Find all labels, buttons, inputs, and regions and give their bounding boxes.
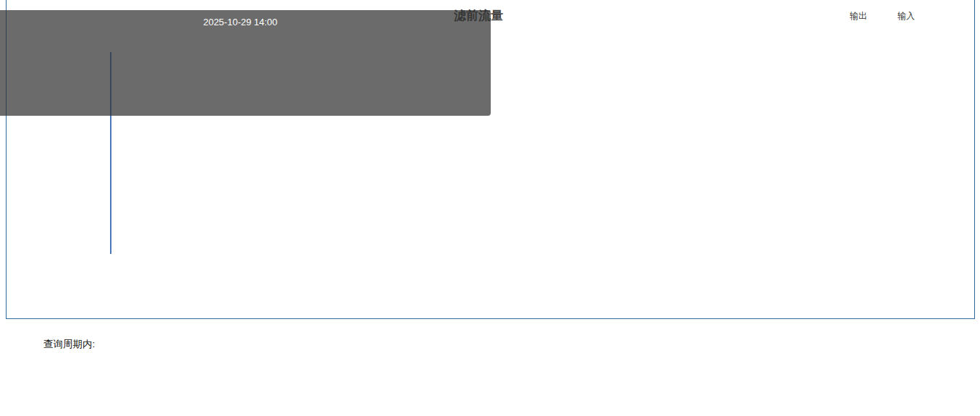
legend-label-input: 输入 [897, 10, 915, 22]
chart-legend: 输出 输入 [829, 10, 915, 22]
legend-item-input[interactable]: 输入 [877, 10, 915, 22]
legend-label-output: 输出 [850, 10, 867, 22]
input-line-square-marker-icon [877, 12, 895, 21]
legend-item-output[interactable]: 输出 [829, 10, 867, 22]
chart-tooltip: 2025-10-29 14:00 [0, 10, 491, 116]
page: 滤前流量 输出 输入 2025-10-29 14:00 查询周期内: [0, 0, 980, 416]
output-line-circle-marker-icon [829, 12, 847, 21]
tooltip-header: 2025-10-29 14:00 [0, 17, 491, 27]
summary-period-label: 查询周期内: [43, 338, 95, 351]
